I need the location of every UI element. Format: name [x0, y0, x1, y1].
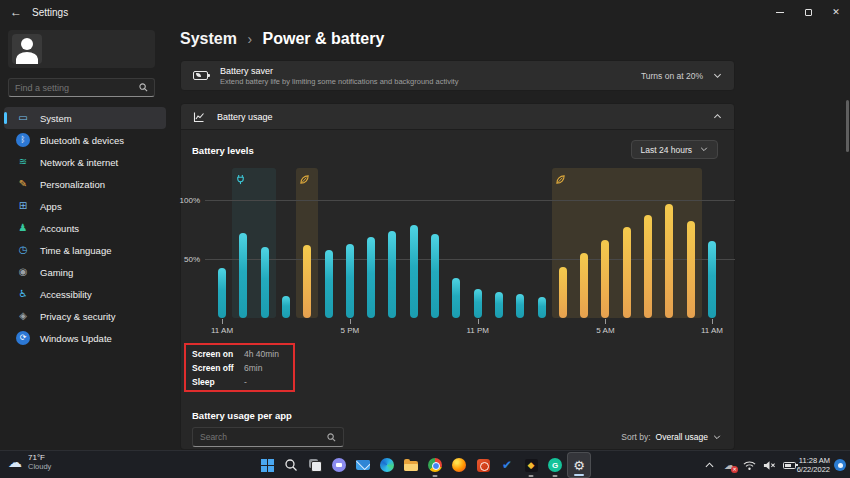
mail-icon	[356, 460, 370, 470]
volume-muted-button[interactable]	[763, 459, 776, 472]
sidebar-item-windows-update[interactable]: ⟳Windows Update	[4, 327, 166, 349]
system-icon: ▭	[16, 111, 30, 125]
onedrive-error-button[interactable]: ☁✕	[723, 459, 736, 472]
file-explorer-button[interactable]	[399, 452, 423, 478]
time-language-icon: ◷	[16, 243, 30, 257]
scrollbar[interactable]	[846, 100, 849, 152]
battery-level-bar	[665, 204, 673, 318]
sidebar-item-label: Network & internet	[40, 157, 118, 168]
accessibility-icon: ♿	[16, 287, 30, 301]
sidebar-item-accounts[interactable]: ♟Accounts	[4, 217, 166, 239]
battery-usage-expander[interactable]: Battery usage	[180, 103, 735, 130]
sidebar-item-label: Personalization	[40, 179, 105, 190]
sort-by-value: Overall usage	[656, 432, 708, 442]
sidebar-item-label: Windows Update	[40, 333, 112, 344]
back-button[interactable]: ←	[10, 5, 22, 19]
teams-chat-icon	[332, 458, 346, 472]
battery-level-bar	[559, 267, 567, 318]
binance-button[interactable]: ◆	[519, 452, 543, 478]
x-axis-tick	[350, 319, 351, 324]
taskbar-clock[interactable]: 11:28 AM 6/22/2022	[797, 456, 830, 474]
sidebar-item-accessibility[interactable]: ♿Accessibility	[4, 283, 166, 305]
grammarly-icon: G	[548, 458, 562, 472]
mail-button[interactable]	[351, 452, 375, 478]
sidebar-search-box[interactable]	[8, 78, 155, 97]
todo-button[interactable]: ✔	[495, 452, 519, 478]
battery-icon	[783, 462, 796, 469]
search-icon	[139, 83, 148, 92]
network-icon: ≋	[16, 155, 30, 169]
battery-tray-button[interactable]	[783, 459, 796, 472]
x-axis-label: 5 PM	[340, 326, 359, 335]
battery-level-bar	[474, 289, 482, 319]
chart-icon	[193, 111, 205, 123]
x-axis-label: 5 AM	[596, 326, 614, 335]
sidebar-item-network-internet[interactable]: ≋Network & internet	[4, 151, 166, 173]
x-axis-tick	[605, 319, 606, 324]
firefox-icon	[452, 458, 466, 472]
start-button[interactable]	[255, 452, 279, 478]
breadcrumb: System › Power & battery	[180, 30, 384, 48]
sidebar-item-system[interactable]: ▭System	[4, 107, 166, 129]
taskbar-search-button[interactable]	[279, 452, 303, 478]
breadcrumb-system[interactable]: System	[180, 30, 237, 47]
settings-app-button[interactable]: ⚙	[567, 452, 591, 478]
close-button[interactable]: ✕	[822, 0, 850, 24]
check-icon: ✔	[502, 458, 512, 472]
chat-button[interactable]	[327, 452, 351, 478]
chevron-up-icon[interactable]	[713, 112, 722, 121]
hidden-icons-button[interactable]	[703, 459, 716, 472]
battery-level-bar	[388, 231, 396, 318]
sidebar-item-personalization[interactable]: ✎Personalization	[4, 173, 166, 195]
sidebar-item-label: Accounts	[40, 223, 79, 234]
gaming-icon: ◉	[16, 265, 30, 279]
edge-button[interactable]	[375, 452, 399, 478]
weather-widget[interactable]: ☁ 71°F Cloudy	[8, 453, 51, 471]
chevron-down-icon[interactable]	[713, 71, 722, 80]
task-view-icon	[309, 459, 322, 472]
sidebar-item-label: Time & language	[40, 245, 111, 256]
sidebar-item-time-language[interactable]: ◷Time & language	[4, 239, 166, 261]
leaf-icon	[299, 171, 310, 182]
error-badge: ✕	[731, 466, 738, 473]
window-title: Settings	[32, 7, 68, 18]
wifi-button[interactable]	[743, 459, 756, 472]
sidebar-item-gaming[interactable]: ◉Gaming	[4, 261, 166, 283]
sidebar-nav: ▭SystemᛒBluetooth & devices≋Network & in…	[4, 107, 166, 349]
wifi-icon	[743, 460, 756, 471]
battery-saver-row[interactable]: Battery saver Extend battery life by lim…	[180, 60, 735, 91]
maximize-button[interactable]	[794, 0, 822, 24]
privacy-icon: ◈	[16, 309, 30, 323]
battery-saver-description: Extend battery life by limiting some not…	[220, 77, 458, 86]
minimize-icon	[776, 12, 784, 13]
sidebar-item-label: System	[40, 113, 72, 124]
chrome-button[interactable]	[423, 452, 447, 478]
time-range-dropdown[interactable]: Last 24 hours	[631, 140, 718, 159]
app-search-input[interactable]	[200, 432, 327, 442]
office-button[interactable]	[471, 452, 495, 478]
notification-badge[interactable]	[834, 459, 846, 471]
sidebar-item-privacy-security[interactable]: ◈Privacy & security	[4, 305, 166, 327]
x-axis-label: 11 AM	[701, 326, 723, 335]
settings-sidebar: ▭SystemᛒBluetooth & devices≋Network & in…	[0, 25, 170, 450]
sidebar-item-apps[interactable]: ⊞Apps	[4, 195, 166, 217]
task-view-button[interactable]	[303, 452, 327, 478]
user-account-block[interactable]	[8, 30, 155, 68]
close-icon: ✕	[832, 7, 840, 17]
sort-by-dropdown[interactable]: Sort by: Overall usage	[621, 432, 722, 442]
grammarly-button[interactable]: G	[543, 452, 567, 478]
battery-level-bar	[303, 245, 311, 318]
firefox-button[interactable]	[447, 452, 471, 478]
sidebar-item-bluetooth-devices[interactable]: ᛒBluetooth & devices	[4, 129, 166, 151]
app-search-box[interactable]	[192, 427, 344, 447]
x-axis-label: 11 AM	[211, 326, 233, 335]
minimize-button[interactable]	[766, 0, 794, 24]
cloud-icon: ☁	[8, 454, 22, 470]
find-setting-input[interactable]	[15, 83, 139, 93]
edge-icon	[380, 458, 394, 472]
titlebar: ← Settings ✕	[0, 0, 850, 25]
chevron-down-icon	[700, 145, 709, 154]
battery-level-bar	[325, 250, 333, 318]
sidebar-item-label: Privacy & security	[40, 311, 116, 322]
apps-icon: ⊞	[16, 199, 30, 213]
